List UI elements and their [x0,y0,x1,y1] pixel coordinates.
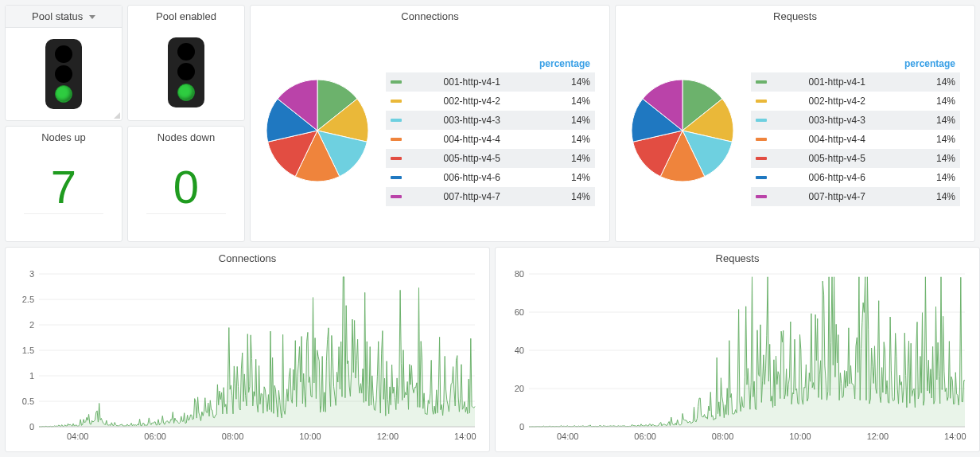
legend-swatch-icon [756,138,767,141]
y-tick-label: 40 [515,346,524,355]
timeseries-chart: 00.511.522.5304:0006:0008:0010:0012:0014… [12,268,481,444]
x-tick-label: 04:00 [557,432,579,441]
panel-title: Connections [6,248,489,266]
traffic-light-red [177,43,195,61]
traffic-light-icon [168,37,204,107]
traffic-light-icon [45,39,82,109]
y-tick-label: 0 [519,422,524,432]
panel-nodes-up[interactable]: Nodes up 7 [5,126,122,242]
y-tick-label: 0.5 [22,396,34,406]
legend-label: 003-http-v4-3 [406,111,505,130]
legend-percentage: 14% [870,130,960,149]
x-tick-label: 14:00 [454,432,476,441]
traffic-light-yellow [55,65,72,83]
legend-label: 003-http-v4-3 [772,111,870,130]
legend-row[interactable]: 003-http-v4-314% [751,111,960,130]
legend-row[interactable]: 007-http-v4-714% [386,187,595,206]
legend-row[interactable]: 001-http-v4-114% [386,72,595,92]
panel-title-pool-status[interactable]: Pool status [6,6,122,28]
y-tick-label: 20 [515,384,524,393]
legend-swatch-icon [391,138,402,141]
y-tick-label: 1 [29,371,34,381]
panel-requests-pie[interactable]: Requests percentage001-http-v4-114%002-h… [615,5,975,242]
panel-body: 00.511.522.5304:0006:0008:0010:0012:0014… [6,266,489,451]
panel-body: percentage001-http-v4-114%002-http-v4-21… [616,24,974,241]
legend-row[interactable]: 007-http-v4-714% [751,187,960,206]
y-tick-label: 3 [29,269,34,279]
pie-chart [262,75,373,186]
legend-percentage: 14% [870,187,960,206]
legend-label: 001-http-v4-1 [406,72,505,92]
y-tick-label: 2.5 [22,295,34,304]
legend-swatch-icon [756,157,767,160]
legend-label: 002-http-v4-2 [406,92,505,111]
legend-row[interactable]: 002-http-v4-214% [751,92,960,111]
legend-label: 007-http-v4-7 [406,187,505,206]
legend-header-percentage: percentage [870,55,960,72]
chevron-down-icon [89,15,95,19]
legend-swatch-icon [756,80,767,84]
legend-percentage: 14% [870,149,960,168]
legend-swatch-icon [391,176,402,179]
panel-title-pool-enabled: Pool enabled [128,6,244,24]
panel-nodes-down[interactable]: Nodes down 0 [127,126,245,242]
traffic-light-red [55,45,72,63]
legend-swatch-icon [756,195,767,198]
series-area [529,277,965,427]
x-tick-label: 12:00 [377,432,399,441]
y-tick-label: 1.5 [22,346,34,355]
legend-label: 002-http-v4-2 [772,92,870,111]
legend-row[interactable]: 004-http-v4-414% [386,130,595,149]
legend-row[interactable]: 006-http-v4-614% [751,168,960,187]
traffic-light-green [55,85,72,103]
timeseries-chart: 02040608004:0006:0008:0010:0012:0014:00 [502,268,971,444]
panel-body: 02040608004:0006:0008:0010:0012:0014:00 [496,266,979,451]
legend-swatch-icon [756,119,767,122]
panel-pool-enabled[interactable]: Pool enabled [127,5,245,121]
x-tick-label: 10:00 [789,432,811,441]
resize-handle-icon[interactable] [114,112,120,119]
legend-label: 006-http-v4-6 [406,168,505,187]
legend-swatch-icon [391,119,402,122]
legend-row[interactable]: 003-http-v4-314% [386,111,595,130]
legend-percentage: 14% [505,187,595,206]
pie-chart [627,75,738,186]
legend-table: percentage001-http-v4-114%002-http-v4-21… [751,55,960,206]
x-tick-label: 04:00 [67,432,89,441]
legend-swatch-icon [756,176,767,179]
legend-row[interactable]: 001-http-v4-114% [751,72,960,92]
legend-percentage: 14% [505,92,595,111]
panel-body [128,24,244,120]
legend-row[interactable]: 004-http-v4-414% [751,130,960,149]
traffic-light-yellow [177,63,195,80]
legend-swatch-icon [391,100,402,103]
panel-connections-ts[interactable]: Connections 00.511.522.5304:0006:0008:00… [5,247,490,452]
x-tick-label: 14:00 [944,432,966,441]
x-tick-label: 10:00 [299,432,321,441]
legend-table: percentage001-http-v4-114%002-http-v4-21… [386,55,595,206]
legend-percentage: 14% [870,111,960,130]
legend-swatch-icon [391,157,402,160]
panel-title-nodes-up: Nodes up [6,127,122,145]
legend-label: 004-http-v4-4 [406,130,505,149]
legend-percentage: 14% [505,72,595,92]
panel-connections-pie[interactable]: Connections percentage001-http-v4-114%00… [250,5,610,242]
x-tick-label: 06:00 [144,432,166,441]
legend-swatch-icon [391,80,402,84]
legend-row[interactable]: 006-http-v4-614% [386,168,595,187]
legend-percentage: 14% [505,130,595,149]
y-tick-label: 0 [29,422,34,432]
legend-row[interactable]: 002-http-v4-214% [386,92,595,111]
legend-label: 007-http-v4-7 [772,187,870,206]
panel-pool-status[interactable]: Pool status [5,5,122,121]
legend-swatch-icon [756,100,767,103]
nodes-down-value: 0 [146,164,226,214]
legend-row[interactable]: 005-http-v4-514% [751,149,960,168]
panel-requests-ts[interactable]: Requests 02040608004:0006:0008:0010:0012… [495,247,980,452]
y-tick-label: 2 [29,320,34,330]
legend-percentage: 14% [505,149,595,168]
panel-body: 0 [128,145,244,241]
legend-swatch-icon [391,195,402,198]
y-tick-label: 80 [515,269,524,279]
legend-row[interactable]: 005-http-v4-514% [386,149,595,168]
